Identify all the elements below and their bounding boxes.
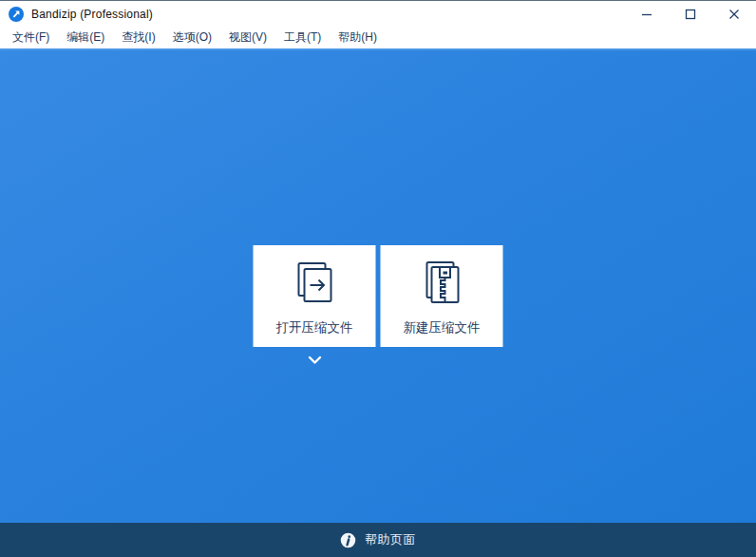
- window-title: Bandizip (Professional): [31, 8, 153, 21]
- menu-file[interactable]: 文件(F): [4, 28, 58, 49]
- help-info-icon: [340, 532, 356, 548]
- open-archive-label: 打开压缩文件: [276, 319, 353, 336]
- help-page-link[interactable]: 帮助页面: [340, 531, 416, 548]
- bandizip-logo-icon: [9, 7, 24, 22]
- menu-find[interactable]: 查找(I): [113, 28, 163, 49]
- menu-edit[interactable]: 编辑(E): [58, 28, 113, 49]
- minimize-button[interactable]: [625, 1, 669, 28]
- close-icon: [728, 9, 740, 20]
- new-archive-label: 新建压缩文件: [404, 319, 481, 336]
- more-options-button[interactable]: [301, 354, 328, 367]
- minimize-icon: [641, 9, 652, 20]
- open-archive-card[interactable]: 打开压缩文件: [254, 245, 376, 347]
- menu-tools[interactable]: 工具(T): [275, 28, 330, 49]
- titlebar: Bandizip (Professional): [0, 1, 756, 28]
- menu-help[interactable]: 帮助(H): [330, 28, 386, 49]
- chevron-down-icon: [307, 355, 322, 365]
- main-workspace: 打开压缩文件 新建压缩文件: [0, 48, 756, 523]
- menubar: 文件(F) 编辑(E) 查找(I) 选项(O) 视图(V) 工具(T) 帮助(H…: [0, 28, 756, 48]
- maximize-button[interactable]: [669, 1, 712, 28]
- maximize-icon: [685, 9, 696, 20]
- menu-view[interactable]: 视图(V): [220, 28, 275, 49]
- new-archive-card[interactable]: 新建压缩文件: [381, 245, 503, 347]
- window-controls: [625, 1, 756, 28]
- statusbar: 帮助页面: [0, 523, 756, 557]
- new-archive-icon: [417, 259, 466, 308]
- open-archive-more: [254, 354, 376, 367]
- start-actions: 打开压缩文件 新建压缩文件: [254, 245, 503, 367]
- open-archive-icon: [290, 259, 339, 308]
- menu-options[interactable]: 选项(O): [164, 28, 220, 49]
- close-button[interactable]: [712, 1, 756, 28]
- help-page-label: 帮助页面: [365, 531, 416, 548]
